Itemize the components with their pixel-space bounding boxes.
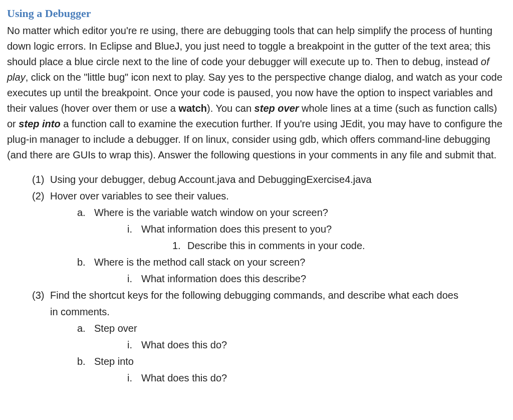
intro-paragraph: No matter which editor you're re using, … bbox=[7, 23, 506, 163]
list-marker: i. bbox=[127, 222, 141, 237]
list-item: b. Step into bbox=[77, 354, 506, 369]
list-item: a. Where is the variable watch window on… bbox=[77, 205, 506, 221]
list-marker: b. bbox=[77, 354, 94, 369]
list-marker: i. bbox=[127, 370, 141, 386]
text-run: ). You can bbox=[207, 103, 254, 114]
list-item: i. What does this do? bbox=[127, 370, 506, 386]
list-text-continuation: in comments. bbox=[50, 304, 506, 320]
list-text: Step over bbox=[94, 321, 137, 336]
numbered-list: (1) Using your debugger, debug Account.j… bbox=[32, 172, 506, 204]
text-run-bolditalic: step into bbox=[19, 118, 60, 129]
list-marker: (2) bbox=[32, 188, 50, 204]
list-item: i. What information does this describe? bbox=[127, 271, 506, 287]
sublist-1: 1. Describe this in comments in your cod… bbox=[172, 238, 506, 254]
list-text: Describe this in comments in your code. bbox=[187, 238, 365, 254]
sublist-a: a. Where is the variable watch window on… bbox=[77, 205, 506, 221]
list-text: What information does this describe? bbox=[141, 271, 306, 287]
list-marker: b. bbox=[77, 255, 94, 270]
list-marker: (1) bbox=[32, 172, 50, 187]
sublist-i: i. What does this do? bbox=[127, 337, 506, 353]
list-marker: 1. bbox=[172, 238, 187, 254]
text-run-bold: watch bbox=[178, 103, 207, 114]
list-text: Where is the variable watch window on yo… bbox=[94, 205, 328, 221]
list-marker: (3) bbox=[32, 288, 50, 303]
list-item: b. Where is the method call stack on you… bbox=[77, 255, 506, 270]
sublist-a: a. Step over bbox=[77, 321, 506, 336]
list-text: What information does this present to yo… bbox=[141, 222, 332, 237]
sublist-i: i. What information does this describe? bbox=[127, 271, 506, 287]
text-run: No matter which editor you're re using, … bbox=[7, 25, 492, 67]
list-marker: a. bbox=[77, 321, 94, 336]
list-text: What does this do? bbox=[141, 370, 227, 386]
text-run: a function call to examine the execution… bbox=[7, 118, 502, 160]
section-heading: Using a Debugger bbox=[7, 5, 506, 22]
list-marker: a. bbox=[77, 205, 94, 221]
list-item: 1. Describe this in comments in your cod… bbox=[172, 238, 506, 254]
text-run-bolditalic: step over bbox=[254, 103, 299, 114]
list-item: i. What does this do? bbox=[127, 337, 506, 353]
sublist-i: i. What does this do? bbox=[127, 370, 506, 386]
sublist-b: b. Step into bbox=[77, 354, 506, 369]
list-text: Step into bbox=[94, 354, 134, 369]
list-text: Using your debugger, debug Account.java … bbox=[50, 172, 372, 187]
sublist-i: i. What information does this present to… bbox=[127, 222, 506, 237]
list-text: Find the shortcut keys for the following… bbox=[50, 288, 458, 303]
sublist-b: b. Where is the method call stack on you… bbox=[77, 255, 506, 270]
list-item: i. What information does this present to… bbox=[127, 222, 506, 237]
list-item: (2) Hover over variables to see their va… bbox=[32, 188, 506, 204]
list-item: (3) Find the shortcut keys for the follo… bbox=[32, 288, 506, 303]
numbered-list: (3) Find the shortcut keys for the follo… bbox=[32, 288, 506, 303]
list-item: (1) Using your debugger, debug Account.j… bbox=[32, 172, 506, 187]
list-marker: i. bbox=[127, 271, 141, 287]
list-text: Where is the method call stack on your s… bbox=[94, 255, 305, 270]
list-text: What does this do? bbox=[141, 337, 227, 353]
list-marker: i. bbox=[127, 337, 141, 353]
list-text: Hover over variables to see their values… bbox=[50, 188, 229, 204]
list-item: a. Step over bbox=[77, 321, 506, 336]
